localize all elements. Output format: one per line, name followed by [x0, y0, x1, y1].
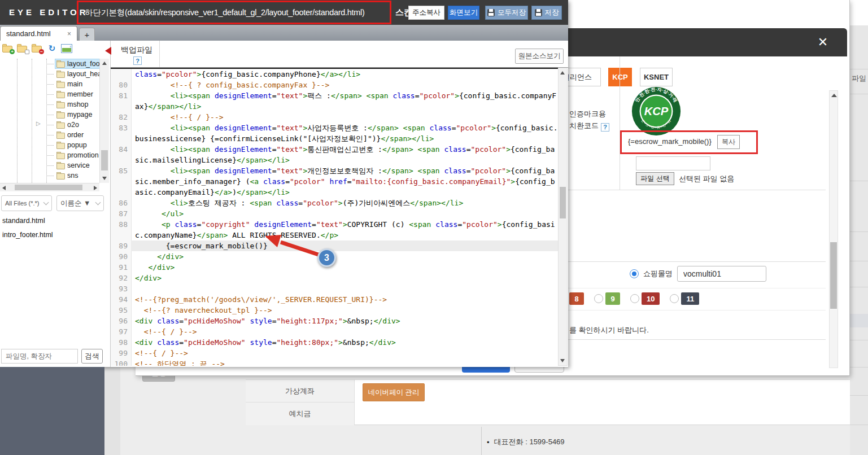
line-number: 86: [111, 198, 131, 208]
help-icon[interactable]: ?: [601, 123, 609, 132]
delete-folder-icon[interactable]: −: [32, 44, 43, 53]
tab-standard-html[interactable]: standard.html ×: [0, 26, 77, 41]
tree-item-service[interactable]: service: [0, 160, 99, 170]
color-radio-9[interactable]: [594, 294, 603, 303]
color-radio-10[interactable]: [630, 294, 639, 303]
code-line[interactable]: 83 <li><span designElement="text">사업자등록번…: [111, 123, 558, 144]
code-line[interactable]: 95 <!--{? navercheckout_tpl }-->: [111, 305, 558, 316]
code-editor[interactable]: class="pcolor">{config_basic.companyPhon…: [111, 68, 558, 366]
tree-item-label: member: [67, 90, 93, 98]
expander-icon[interactable]: ▷: [36, 120, 41, 126]
scroll-down-icon[interactable]: [560, 359, 565, 362]
code-line[interactable]: 100<!-- 하단영역 : 끝 -->: [111, 358, 558, 366]
mall-name-input[interactable]: [677, 266, 766, 282]
backup-file-label: 백업파일: [121, 45, 152, 55]
scroll-down-icon[interactable]: [102, 177, 107, 180]
tree-item-promotion[interactable]: promotion: [0, 150, 99, 160]
save-button[interactable]: 저장: [531, 6, 562, 20]
tree-item-layout_footer[interactable]: layout_footer: [0, 59, 99, 69]
code-line[interactable]: 84 <li><span designElement="text">통신판매업신…: [111, 144, 558, 165]
color-swatch-11[interactable]: 11: [681, 292, 699, 305]
floppy-disk-icon: [535, 9, 542, 16]
file-select-button[interactable]: 파일 선택: [636, 172, 674, 185]
code-line[interactable]: 92</div>: [111, 273, 558, 283]
code-line[interactable]: 96<div class="pcHideMoShow" style="heigh…: [111, 316, 558, 326]
scroll-up-icon[interactable]: [102, 62, 107, 65]
tree-horizontal-scrollbar[interactable]: [0, 183, 99, 191]
divider: [159, 41, 160, 67]
line-number: 97: [111, 326, 131, 337]
file-type-dropdown[interactable]: All Files (*.*): [1, 195, 52, 211]
file-list-item[interactable]: intro_footer.html: [1, 229, 108, 243]
scroll-up-icon[interactable]: [831, 94, 837, 97]
code-line[interactable]: 82 <!--{ / }-->: [111, 112, 558, 123]
tree-vertical-scrollbar[interactable]: [99, 59, 109, 183]
sort-dropdown[interactable]: 이름순 ▼: [56, 195, 104, 211]
tree-item-main[interactable]: main: [0, 79, 99, 89]
line-number: [111, 69, 131, 80]
code-line[interactable]: 81 <li><span designElement="text">팩스 :</…: [111, 90, 558, 112]
color-swatch-10[interactable]: 10: [642, 292, 660, 305]
color-swatch-9[interactable]: 9: [605, 292, 620, 305]
copy-button[interactable]: 복사: [717, 135, 740, 149]
refresh-icon[interactable]: ↻: [46, 44, 58, 53]
code-line[interactable]: 94<!--{?preg_match('/goods\/view/',_SERV…: [111, 294, 558, 305]
naverpay-manage-button[interactable]: 네이버페이 관리: [363, 383, 425, 401]
tree-item-label: sns: [67, 172, 78, 180]
pg-tab-ksnet[interactable]: KSNET: [640, 68, 673, 86]
scroll-up-icon[interactable]: [560, 71, 565, 75]
file-filters: All Files (*.*) 이름순 ▼: [1, 195, 108, 211]
search-button[interactable]: 검색: [81, 349, 103, 364]
code-line[interactable]: 87 </ul>: [111, 208, 558, 219]
mark-code-input[interactable]: [636, 156, 710, 170]
color-swatch-8[interactable]: 8: [569, 292, 584, 305]
copy-url-button[interactable]: 주소복사: [408, 6, 444, 20]
tree-item-member[interactable]: member: [0, 89, 99, 99]
tree-item-order[interactable]: order: [0, 130, 99, 140]
code-line[interactable]: 97 <!--{ / }-->: [111, 326, 558, 337]
tree-item-popup[interactable]: popup: [0, 140, 99, 150]
line-number: 92: [111, 273, 131, 283]
rename-folder-icon[interactable]: [17, 44, 28, 53]
close-icon[interactable]: ✕: [814, 34, 831, 51]
tab-close-icon[interactable]: ×: [67, 30, 71, 38]
code-line[interactable]: 86 <li>호스팅 제공자 : <span class="pcolor">(주…: [111, 198, 558, 208]
tree-item-mypage[interactable]: mypage: [0, 110, 99, 120]
tree-item-layout_header[interactable]: layout_header: [0, 69, 99, 79]
divider: [850, 261, 868, 261]
view-source-button[interactable]: 원본소스보기: [515, 49, 564, 64]
color-radio-11[interactable]: [670, 294, 679, 303]
new-folder-icon[interactable]: +: [2, 44, 14, 53]
code-line[interactable]: 98<div class="pcHideMoShow" style="heigh…: [111, 337, 558, 348]
tree-item-sns[interactable]: sns: [0, 170, 99, 181]
modal-scrollbar[interactable]: [829, 90, 838, 368]
code-line[interactable]: 99<!--{ / }-->: [111, 348, 558, 358]
folder-icon: [56, 152, 65, 159]
code-line[interactable]: 80 <!--{ ? config_basic.companyFax }-->: [111, 80, 558, 90]
help-icon[interactable]: ?: [133, 56, 142, 65]
new-tab-button[interactable]: +: [79, 28, 95, 41]
scroll-left-icon[interactable]: [2, 186, 6, 190]
search-input[interactable]: [1, 349, 78, 364]
scrollbar-thumb[interactable]: [830, 242, 837, 309]
scrollbar-thumb[interactable]: [560, 187, 566, 218]
pg-tab-kcp[interactable]: KCP: [608, 68, 632, 86]
collapse-panel-icon[interactable]: [105, 47, 111, 55]
mall-name-radio[interactable]: [630, 269, 639, 278]
file-list-item[interactable]: standard.html: [1, 215, 108, 229]
tree-item-o2o[interactable]: ▷o2o: [0, 120, 99, 130]
tree-item-label: o2o: [67, 121, 79, 129]
scroll-right-icon[interactable]: [94, 186, 97, 190]
eye-editor-window: EYE EDITOR 하단기본형(data/skin/responsive_ve…: [0, 0, 568, 367]
scrollbar-thumb[interactable]: [101, 150, 108, 170]
upload-image-icon[interactable]: ↑: [61, 44, 72, 53]
code-line[interactable]: 85 <li><span designElement="text">개인정보보호…: [111, 165, 558, 198]
code-line[interactable]: 93: [111, 283, 558, 294]
preview-button[interactable]: 화면보기: [448, 6, 479, 20]
tree-item-mshop[interactable]: mshop: [0, 99, 99, 110]
save-all-button[interactable]: 모두저장: [485, 6, 528, 20]
folder-icon: [56, 81, 65, 88]
editor-scrollbar[interactable]: [558, 68, 568, 366]
code-line[interactable]: class="pcolor">{config_basic.companyPhon…: [111, 69, 558, 80]
scrollbar-thumb[interactable]: [15, 185, 82, 190]
